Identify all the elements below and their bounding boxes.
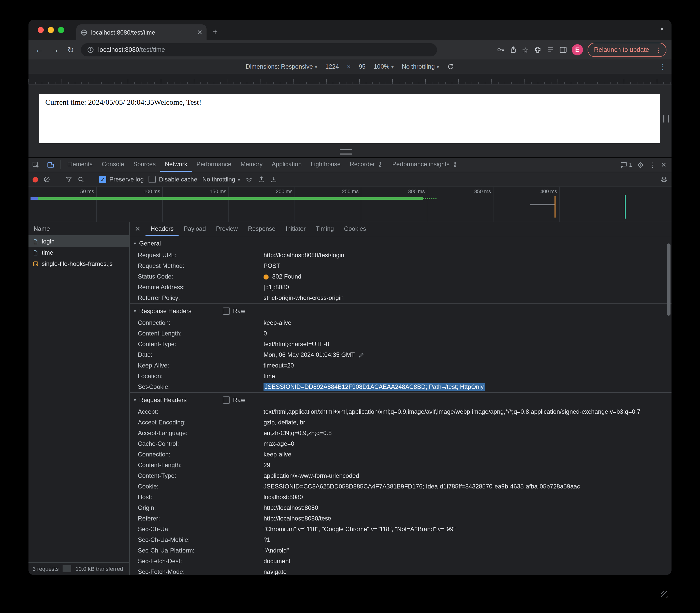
- traffic-lights: [38, 27, 64, 33]
- viewport-width-input[interactable]: 1224: [325, 63, 339, 70]
- disable-cache-label: Disable cache: [159, 176, 198, 183]
- import-har-icon[interactable]: [258, 176, 265, 183]
- page-viewport[interactable]: Current time: 2024/05/05/ 20:04:35Welcom…: [39, 94, 660, 143]
- detail-tab[interactable]: Cookies: [339, 222, 371, 236]
- dimensions-select[interactable]: Dimensions: Responsive▾: [246, 63, 317, 70]
- browser-menu-kebab-icon[interactable]: ⋮: [653, 46, 664, 54]
- devtools-tab[interactable]: Lighthouse: [306, 158, 345, 172]
- devtools-tab[interactable]: Memory: [236, 158, 267, 172]
- tab-search-chevron-icon[interactable]: ▾: [661, 26, 663, 32]
- request-headers-section-header[interactable]: ▾ Request Headers Raw: [130, 393, 672, 407]
- general-section-header[interactable]: ▾ General: [130, 236, 672, 250]
- response-headers-section-header[interactable]: ▾ Response Headers Raw: [130, 304, 672, 318]
- header-row: Content-Type: text/html;charset=UTF-8: [130, 339, 672, 350]
- viewport-width-resize-handle[interactable]: [663, 115, 669, 122]
- header-row: Request URL: http://localhost:8080/test/…: [130, 250, 672, 261]
- devtools-tab[interactable]: Recorder: [345, 158, 387, 172]
- back-button[interactable]: ←: [34, 45, 45, 54]
- request-row[interactable]: single-file-hooks-frames.js: [28, 258, 129, 270]
- resize-grip-icon[interactable]: [661, 591, 668, 598]
- header-value: strict-origin-when-cross-origin: [264, 294, 344, 302]
- network-throttling-select[interactable]: No throttling▾: [203, 176, 240, 183]
- devtools-tab[interactable]: Application: [267, 158, 306, 172]
- detail-tab[interactable]: Headers: [145, 222, 179, 236]
- header-name: Sec-Ch-Ua:: [138, 525, 264, 533]
- share-icon[interactable]: [509, 46, 517, 54]
- header-value: http://localhost:8080/test/login: [264, 252, 344, 259]
- disable-cache-checkbox[interactable]: Disable cache: [149, 176, 198, 183]
- viewport-height-input[interactable]: 95: [359, 63, 366, 70]
- header-value: max-age=0: [264, 440, 294, 448]
- devtools-tab[interactable]: Elements: [63, 158, 97, 172]
- request-row[interactable]: time: [28, 247, 129, 258]
- detail-tab[interactable]: Preview: [211, 222, 243, 236]
- network-conditions-icon[interactable]: [245, 175, 253, 183]
- scrollbar-thumb[interactable]: [667, 244, 671, 316]
- section-title: Response Headers: [139, 307, 191, 314]
- header-row: Cache-Control: max-age=0: [130, 439, 672, 449]
- detail-tab[interactable]: Timing: [310, 222, 339, 236]
- issues-chat-icon[interactable]: [620, 161, 627, 168]
- minimize-window-button[interactable]: [48, 27, 54, 33]
- network-settings-gear-icon[interactable]: ⚙: [661, 175, 667, 183]
- response-raw-checkbox[interactable]: Raw: [223, 307, 245, 314]
- profile-avatar[interactable]: E: [572, 44, 583, 55]
- address-bar[interactable]: localhost:8080/test/time: [81, 43, 437, 56]
- devtools-tab[interactable]: Console: [97, 158, 129, 172]
- edit-pencil-icon[interactable]: [358, 352, 365, 358]
- header-value: POST: [264, 262, 280, 270]
- search-icon[interactable]: [77, 176, 85, 183]
- device-toolbar-kebab-icon[interactable]: ⋮: [659, 63, 666, 71]
- header-value: 0: [264, 330, 267, 338]
- zoom-select[interactable]: 100%▾: [374, 63, 394, 70]
- site-info-icon[interactable]: [87, 46, 94, 53]
- reading-list-icon[interactable]: [546, 46, 554, 54]
- devtools-tab[interactable]: Network: [160, 158, 192, 172]
- side-panel-icon[interactable]: [559, 46, 567, 54]
- devtools-settings-gear-icon[interactable]: ⚙: [637, 161, 644, 169]
- new-tab-button[interactable]: +: [213, 27, 218, 37]
- devtools-close-icon[interactable]: ✕: [661, 161, 666, 168]
- throttle-select[interactable]: No throttling▾: [402, 63, 439, 70]
- request-row[interactable]: login: [28, 236, 129, 247]
- header-value: 302 Found: [272, 273, 302, 281]
- close-detail-icon[interactable]: ✕: [130, 222, 145, 236]
- header-value: "Android": [264, 547, 289, 555]
- export-har-icon[interactable]: [270, 176, 277, 183]
- clear-network-log-icon[interactable]: [43, 176, 50, 183]
- record-network-log-button[interactable]: [33, 177, 38, 182]
- reload-button[interactable]: ↻: [65, 45, 76, 55]
- request-raw-checkbox[interactable]: Raw: [223, 396, 245, 403]
- tab-close-icon[interactable]: ✕: [197, 28, 203, 36]
- devtools-tab[interactable]: Performance: [192, 158, 236, 172]
- close-window-button[interactable]: [38, 27, 44, 33]
- rotate-viewport-icon[interactable]: [447, 63, 454, 70]
- preserve-log-checkbox[interactable]: ✓ Preserve log: [99, 176, 144, 183]
- header-name: Connection:: [138, 319, 264, 327]
- password-key-icon[interactable]: [497, 46, 505, 54]
- detail-tab[interactable]: Payload: [179, 222, 211, 236]
- request-name: single-file-hooks-frames.js: [42, 260, 113, 268]
- domcontentloaded-marker-line: [555, 196, 556, 218]
- device-toolbar-toggle-icon[interactable]: [43, 158, 58, 172]
- header-name: Set-Cookie:: [138, 383, 264, 391]
- forward-button[interactable]: →: [49, 45, 61, 54]
- filter-funnel-icon[interactable]: [65, 176, 72, 183]
- devtools-kebab-icon[interactable]: ⋮: [649, 161, 656, 168]
- detail-tab[interactable]: Initiator: [281, 222, 311, 236]
- browser-tab[interactable]: localhost:8080/test/time ✕: [76, 24, 206, 40]
- detail-scrollbar[interactable]: [666, 236, 671, 575]
- detail-tab[interactable]: Response: [243, 222, 281, 236]
- bookmark-star-icon[interactable]: ☆: [522, 46, 529, 54]
- header-value: gzip, deflate, br: [264, 419, 305, 427]
- inspect-element-icon[interactable]: [28, 158, 43, 172]
- devtools-tab[interactable]: Performance insights: [387, 158, 462, 172]
- request-list-header[interactable]: Name: [28, 222, 129, 236]
- viewport-height-resize-handle[interactable]: [340, 149, 352, 155]
- maximize-window-button[interactable]: [58, 27, 64, 33]
- relaunch-to-update-button[interactable]: Relaunch to update ⋮: [587, 43, 666, 57]
- network-overview-timeline[interactable]: 50 ms100 ms150 ms200 ms250 ms300 ms350 m…: [28, 187, 672, 222]
- devtools-tab[interactable]: Sources: [129, 158, 160, 172]
- extensions-puzzle-icon[interactable]: [533, 46, 542, 54]
- devtools-tab-label: Performance: [196, 161, 231, 168]
